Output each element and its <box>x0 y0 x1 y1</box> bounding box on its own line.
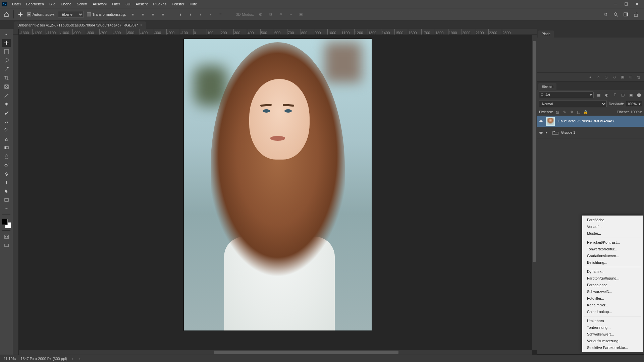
lock-artboard-icon[interactable]: ▢ <box>576 109 581 115</box>
close-button[interactable] <box>632 1 642 7</box>
canvas-viewport[interactable] <box>19 35 537 355</box>
lasso-tool[interactable] <box>2 56 11 64</box>
align-center-h-icon[interactable]: ≡ <box>140 11 146 18</box>
distribute-v-icon[interactable]: ⫞ <box>207 11 214 18</box>
filter-pixel-icon[interactable]: ▦ <box>596 92 602 98</box>
menu-schrift[interactable]: Schrift <box>74 1 90 7</box>
brush-tool[interactable] <box>2 109 11 117</box>
align-right-icon[interactable]: ≡ <box>150 11 156 18</box>
screen-mode-tool[interactable] <box>2 241 11 249</box>
status-prev-icon[interactable]: ‹ <box>79 357 80 361</box>
adjustment-menu-item[interactable]: Schwarzweiß... <box>582 288 643 295</box>
menu-auswahl[interactable]: Auswahl <box>90 1 109 7</box>
filter-toggle-icon[interactable]: ⬤ <box>636 92 642 98</box>
pen-tool[interactable] <box>2 170 11 178</box>
more-align-icon[interactable]: ⋯ <box>217 11 224 18</box>
crop-tool[interactable] <box>2 74 11 82</box>
adjustment-menu-item[interactable]: Fotofilter... <box>582 295 643 302</box>
vertical-ruler[interactable] <box>13 35 19 355</box>
align-center-v-icon[interactable]: ⫞ <box>187 11 194 18</box>
menu-bild[interactable]: Bild <box>47 1 58 7</box>
layer-target-select[interactable]: Ebene <box>58 11 84 18</box>
visibility-toggle-icon[interactable] <box>538 130 544 135</box>
lock-brush-icon[interactable]: ✎ <box>562 109 567 115</box>
filter-shape-icon[interactable]: ▢ <box>620 92 626 98</box>
document-info[interactable]: 1347 Px x 2000 Px (300 ppi) <box>20 357 67 361</box>
search-icon[interactable] <box>612 11 619 18</box>
layer-filter-search[interactable]: Art ▾ <box>539 92 594 98</box>
adjustment-menu-item[interactable]: Muster... <box>582 230 643 237</box>
healing-brush-tool[interactable] <box>2 100 11 108</box>
quick-mask-tool[interactable] <box>2 233 11 241</box>
stroke-path-icon[interactable]: ○ <box>596 74 601 80</box>
type-tool[interactable] <box>2 178 11 186</box>
fill-input[interactable]: 100%▾ <box>631 110 642 114</box>
filter-adjust-icon[interactable]: ◐ <box>604 92 610 98</box>
magic-wand-tool[interactable] <box>2 65 11 73</box>
paths-tab[interactable]: Pfade <box>538 31 554 38</box>
visibility-toggle-icon[interactable] <box>538 119 544 124</box>
adjustment-menu-item[interactable]: Selektive Farbkorrektur... <box>582 344 643 351</box>
blur-tool[interactable] <box>2 152 11 160</box>
align-left-icon[interactable]: ≡ <box>129 11 136 18</box>
distribute-h-icon[interactable]: ≡ <box>160 11 166 18</box>
menu-plug-ins[interactable]: Plug-ins <box>150 1 169 7</box>
menu-filter[interactable]: Filter <box>109 1 123 7</box>
lock-position-icon[interactable]: ✥ <box>569 109 574 115</box>
layer-row[interactable]: 11b0d5dcae835708d472f6d3f14ca4c7 <box>537 116 644 127</box>
make-work-path-icon[interactable]: ◇ <box>612 74 617 80</box>
horizontal-ruler[interactable]: -1300-1200-1100-1000-900-800-700-600-500… <box>19 29 537 35</box>
lock-all-icon[interactable]: 🔒 <box>583 109 588 115</box>
adjustment-menu-item[interactable]: Helligkeit/Kontrast... <box>582 239 643 246</box>
zoom-level[interactable]: 41.19% <box>3 357 16 361</box>
adjustment-menu-item[interactable]: Color Lookup... <box>582 308 643 315</box>
color-swatch[interactable] <box>2 219 11 228</box>
menu-bearbeiten[interactable]: Bearbeiten <box>23 1 47 7</box>
adjustment-menu-item[interactable]: Verlaufsumsetzung... <box>582 338 643 344</box>
clone-stamp-tool[interactable] <box>2 117 11 125</box>
opacity-input[interactable]: 100%▾ <box>626 101 642 107</box>
maximize-button[interactable] <box>621 1 631 7</box>
fill-path-icon[interactable]: ● <box>588 74 593 80</box>
transform-controls-checkbox[interactable]: Transformationsstrg. <box>87 12 126 16</box>
collapse-toolbar-icon[interactable]: « <box>2 30 11 38</box>
new-path-icon[interactable]: ⊞ <box>628 74 633 80</box>
eyedropper-tool[interactable] <box>2 91 11 99</box>
align-bottom-icon[interactable]: ⫞ <box>197 11 204 18</box>
adjustment-menu-item[interactable]: Schwellenwert... <box>582 331 643 338</box>
add-mask-path-icon[interactable]: ▣ <box>620 74 625 80</box>
align-top-icon[interactable]: ⫞ <box>177 11 184 18</box>
delete-path-icon[interactable]: 🗑 <box>636 74 641 80</box>
adjustment-menu-item[interactable]: Tontrennung... <box>582 324 643 331</box>
cloud-docs-icon[interactable]: ◔ <box>602 11 609 18</box>
shape-tool[interactable] <box>2 196 11 204</box>
menu-datei[interactable]: Datei <box>9 1 23 7</box>
adjustment-menu-item[interactable]: Umkehren <box>582 317 643 324</box>
close-tab-icon[interactable]: × <box>140 23 143 27</box>
move-tool[interactable] <box>2 39 11 47</box>
horizontal-scrollbar[interactable] <box>19 350 532 355</box>
adjustment-menu-item[interactable]: Farbbalance... <box>582 282 643 288</box>
frame-tool[interactable] <box>2 82 11 90</box>
path-to-selection-icon[interactable]: ◌ <box>604 74 609 80</box>
more-tools-icon[interactable]: ⋯ <box>2 204 11 213</box>
menu-fenster[interactable]: Fenster <box>169 1 187 7</box>
layer-row[interactable]: ▸ Gruppe 1 <box>537 127 644 138</box>
path-selection-tool[interactable] <box>2 187 11 195</box>
share-icon[interactable] <box>633 11 639 18</box>
auto-select-checkbox[interactable]: Autom. ausw. <box>27 12 55 16</box>
adjustment-menu-item[interactable]: Farbfläche... <box>582 217 643 223</box>
menu-ebene[interactable]: Ebene <box>58 1 74 7</box>
adjustment-menu-item[interactable]: Gradationskurven... <box>582 252 643 259</box>
ruler-origin[interactable] <box>13 29 19 35</box>
adjustment-menu-item[interactable]: Dynamik... <box>582 268 643 275</box>
marquee-tool[interactable] <box>2 48 11 56</box>
adjustment-menu-item[interactable]: Kanalmixer... <box>582 302 643 308</box>
adjustment-menu-item[interactable]: Farbton/Sättigung... <box>582 275 643 282</box>
lock-transparency-icon[interactable]: ▨ <box>555 109 560 115</box>
gradient-tool[interactable] <box>2 143 11 152</box>
home-button[interactable] <box>3 11 10 18</box>
document-tab[interactable]: Unbenannt-2 bei 41,2% (11b0d5dcae835708d… <box>14 21 146 29</box>
minimize-button[interactable] <box>610 1 621 7</box>
workspace-icon[interactable] <box>623 11 629 18</box>
